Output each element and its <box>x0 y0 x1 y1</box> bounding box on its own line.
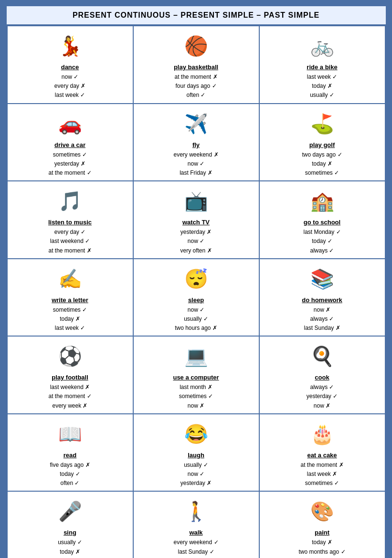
icon-walk: 🚶 <box>177 495 215 528</box>
activity-item: today ✗ <box>298 538 345 547</box>
items-read: five days ago ✗today ✓often ✓ <box>50 461 90 488</box>
activity-item: now ✓ <box>54 73 85 82</box>
activity-item: last weekend ✓ <box>48 237 91 246</box>
activity-item: now ✓ <box>180 470 212 479</box>
activity-item: last week ✓ <box>53 324 87 333</box>
items-dance: now ✓every day ✗last week ✓ <box>54 73 85 100</box>
cell-play-football: ⚽play footballlast weekend ✗at the momen… <box>8 337 134 414</box>
activity-item: last week ✓ <box>307 73 337 82</box>
figure-sleep: 😴 <box>184 269 208 288</box>
activity-item: at the moment ✗ <box>48 246 91 255</box>
figure-walk: 🚶 <box>184 502 208 521</box>
items-write-a-letter: sometimes ✓today ✗last week ✓ <box>53 305 87 333</box>
cell-watch-tv: 📺watch TVyesterday ✗now ✓very often ✗ <box>134 181 260 259</box>
activity-item: sometimes ✓ <box>300 479 343 488</box>
icon-write-a-letter: ✍️ <box>51 262 89 295</box>
title-drive-a-car: drive a car <box>54 141 85 148</box>
items-laugh: usually ✓now ✓yesterday ✗ <box>180 461 212 488</box>
title-use-a-computer: use a computer <box>173 374 219 381</box>
cell-do-homework: 📚do homeworknow ✗always ✓last Sunday ✗ <box>260 259 386 337</box>
activity-item: at the moment ✓ <box>48 168 91 178</box>
worksheet: PRESENT CONTINUOUS – PRESENT SIMPLE – PA… <box>5 5 387 558</box>
activity-item: sometimes ✓ <box>53 305 87 315</box>
items-play-football: last weekend ✗at the moment ✓every week … <box>48 383 91 411</box>
activity-item: yesterday ✗ <box>180 479 212 488</box>
activity-item: last weekend ✗ <box>48 383 91 392</box>
activity-item: last week ✓ <box>54 91 85 100</box>
items-eat-a-cake: at the moment ✗last week ✗sometimes ✓ <box>300 461 343 488</box>
items-fly: every weekend ✗now ✓last Friday ✗ <box>173 150 218 178</box>
items-walk: every weekend ✓last Sunday ✓now ✗ <box>173 538 218 558</box>
activity-item: last Friday ✗ <box>173 168 218 178</box>
activity-item: four days ago ✓ <box>174 82 217 91</box>
title-go-to-school: go to school <box>304 219 340 226</box>
icon-fly: ✈️ <box>177 107 215 140</box>
title-sleep: sleep <box>188 296 204 304</box>
activity-item: yesterday ✓ <box>307 392 338 401</box>
figure-fly: ✈️ <box>184 114 208 133</box>
figure-listen-to-music: 🎵 <box>58 191 82 211</box>
cell-cook: 🍳cookalways ✓yesterday ✓now ✗ <box>260 337 386 414</box>
icon-play-golf: ⛳ <box>303 107 341 140</box>
cell-eat-a-cake: 🎂eat a cakeat the moment ✗last week ✗som… <box>260 414 386 492</box>
figure-cook: 🍳 <box>310 347 334 366</box>
icon-laugh: 😂 <box>177 417 215 451</box>
activity-item: always ✓ <box>303 246 340 255</box>
icon-watch-tv: 📺 <box>177 184 215 218</box>
cell-go-to-school: 🏫go to schoollast Monday ✓today ✓always … <box>260 181 386 259</box>
items-paint: today ✗two months ago ✓sometimes ✓ <box>298 538 345 558</box>
activity-grid: 💃dancenow ✓every day ✗last week ✓🏀play b… <box>7 25 386 558</box>
icon-sleep: 😴 <box>177 262 215 295</box>
items-play-golf: two days ago ✓today ✗sometimes ✓ <box>302 150 342 178</box>
items-listen-to-music: every day ✓last weekend ✓at the moment ✗ <box>48 228 91 255</box>
title-write-a-letter: write a letter <box>52 296 88 304</box>
items-use-a-computer: last month ✗sometimes ✓now ✗ <box>179 383 213 411</box>
activity-item: last Monday ✓ <box>303 228 340 237</box>
figure-watch-tv: 📺 <box>184 191 208 211</box>
cell-sing: 🎤singusually ✓today ✗last night ✓ <box>8 492 134 558</box>
cell-laugh: 😂laughusually ✓now ✓yesterday ✗ <box>134 414 260 492</box>
icon-read: 📖 <box>51 417 89 451</box>
title-fly: fly <box>192 141 200 148</box>
icon-listen-to-music: 🎵 <box>51 184 89 218</box>
icon-play-basketball: 🏀 <box>177 29 215 63</box>
items-sleep: now ✓usually ✓two hours ago ✗ <box>175 305 217 333</box>
figure-laugh: 😂 <box>184 424 208 443</box>
title-eat-a-cake: eat a cake <box>307 452 337 459</box>
cell-paint: 🎨painttoday ✗two months ago ✓sometimes ✓ <box>260 492 386 558</box>
activity-item: every weekend ✓ <box>173 538 218 547</box>
figure-eat-a-cake: 🎂 <box>310 424 334 443</box>
activity-item: every day ✓ <box>48 228 91 237</box>
activity-item: yesterday ✗ <box>180 228 212 237</box>
activity-item: usually ✓ <box>55 538 85 547</box>
icon-dance: 💃 <box>51 29 89 63</box>
cell-dance: 💃dancenow ✓every day ✗last week ✓ <box>8 26 134 104</box>
activity-item: two days ago ✓ <box>302 150 342 159</box>
icon-cook: 🍳 <box>303 339 341 373</box>
title-watch-tv: watch TV <box>182 219 210 226</box>
figure-dance: 💃 <box>58 36 82 55</box>
cell-read: 📖readfive days ago ✗today ✓often ✓ <box>8 414 134 492</box>
activity-item: sometimes ✓ <box>179 392 213 401</box>
items-go-to-school: last Monday ✓today ✓always ✓ <box>303 228 340 255</box>
activity-item: last Sunday ✓ <box>173 547 218 557</box>
icon-eat-a-cake: 🎂 <box>303 417 341 451</box>
activity-item: now ✗ <box>307 401 338 411</box>
activity-item: now ✓ <box>173 159 218 168</box>
cell-listen-to-music: 🎵listen to musicevery day ✓last weekend … <box>8 181 134 259</box>
activity-item: now ✓ <box>180 237 212 246</box>
activity-item: usually ✓ <box>175 315 217 324</box>
cell-ride-a-bike: 🚲ride a bikelast week ✓today ✗usually ✓ <box>260 26 386 104</box>
activity-item: today ✓ <box>50 470 90 479</box>
figure-write-a-letter: ✍️ <box>58 269 82 288</box>
title-read: read <box>64 452 76 459</box>
title-paint: paint <box>315 529 329 536</box>
activity-item: now ✗ <box>179 401 213 411</box>
activity-item: now ✗ <box>304 305 340 315</box>
activity-item: today ✗ <box>55 547 85 557</box>
activity-item: last Sunday ✗ <box>304 324 340 333</box>
title-cook: cook <box>315 374 329 381</box>
title-play-football: play football <box>52 374 88 381</box>
title-ride-a-bike: ride a bike <box>307 63 337 71</box>
activity-item: last month ✗ <box>179 383 213 392</box>
